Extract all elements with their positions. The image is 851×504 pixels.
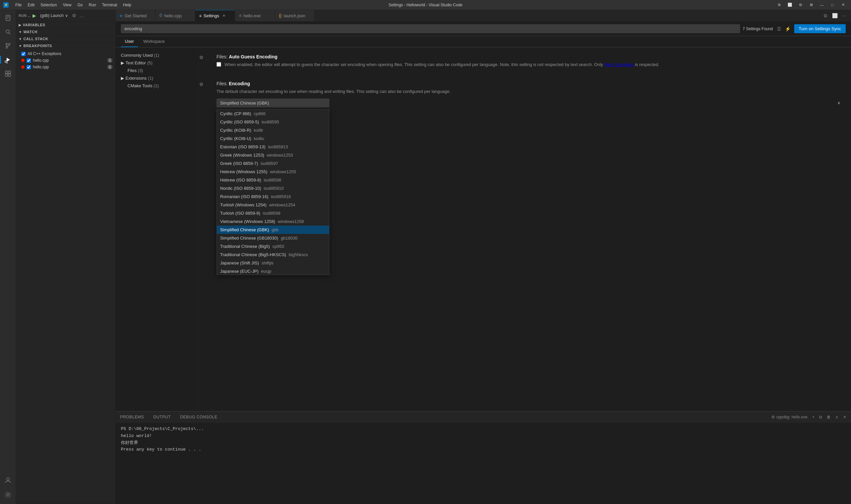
tab-problems[interactable]: PROBLEMS <box>116 411 149 423</box>
menu-terminal[interactable]: Terminal <box>99 2 120 8</box>
manage-btn[interactable] <box>1 488 15 501</box>
hello-cpp-1-checkbox[interactable] <box>27 58 31 63</box>
breakpoints-header[interactable]: ▼ BREAKPOINTS <box>16 42 115 49</box>
nav-text-editor[interactable]: ▶ Text Editor (5) <box>116 59 198 67</box>
breakpoint-hello-cpp-2: hello.cpp 6 <box>16 64 115 70</box>
option-iso885916[interactable]: Romanian (ISO 8859-16) iso885916 <box>217 193 329 201</box>
run-config-button[interactable]: (gdb) Launch ∨ <box>38 13 70 19</box>
tab-settings[interactable]: ≡ Settings ✕ <box>195 10 235 21</box>
layout-toggle-btn[interactable]: ⧉ <box>775 2 784 8</box>
settings-filter-icon-btn[interactable]: ⚡ <box>784 25 792 33</box>
svg-point-17 <box>7 478 9 481</box>
option-windows1258-code: windows1258 <box>278 219 304 224</box>
svg-line-12 <box>7 62 7 64</box>
split-terminal-btn[interactable]: ⧉ <box>817 414 824 420</box>
nav-commonly-used[interactable]: Commonly Used (1) <box>116 51 198 59</box>
tab-user-settings[interactable]: User <box>121 36 138 47</box>
trash-terminal-btn[interactable]: 🗑 <box>825 414 833 420</box>
menu-run[interactable]: Run <box>86 2 99 8</box>
tab-debug-console[interactable]: DEBUG CONSOLE <box>175 411 222 423</box>
option-cp950[interactable]: Traditional Chinese (Big5) cp950 <box>217 242 329 251</box>
activity-source-control-btn[interactable] <box>1 39 15 52</box>
account-btn[interactable] <box>1 473 15 487</box>
hello-cpp-2-checkbox[interactable] <box>27 65 31 69</box>
option-windows1255[interactable]: Hebrew (Windows 1255) windows1255 <box>217 167 329 176</box>
customize-layout-btn[interactable]: ⊞ <box>806 2 816 8</box>
option-windows1253[interactable]: Greek (Windows 1253) windows1253 <box>217 151 329 159</box>
activity-extensions-btn[interactable] <box>1 67 15 80</box>
files-encoding-select[interactable]: Simplified Chinese (GBK) <box>216 98 329 108</box>
split-editor-right-btn[interactable]: ⧉ <box>821 11 830 20</box>
close-btn[interactable]: ✕ <box>838 2 848 8</box>
option-iso885910[interactable]: Nordic (ISO 8859-10) iso885910 <box>217 184 329 193</box>
nav-files[interactable]: Files (3) <box>116 67 198 74</box>
variables-header[interactable]: ▶ VARIABLES <box>16 22 115 28</box>
option-iso88598[interactable]: Hebrew (ISO 8859-8) iso88598 <box>217 176 329 184</box>
option-koi8r[interactable]: Cyrillic (KOI8-R) koi8r <box>217 126 329 134</box>
option-cp866[interactable]: Cyrillic (CP 866) cp866 <box>217 109 329 118</box>
option-windows1254[interactable]: Turkish (Windows 1254) windows1254 <box>217 201 329 209</box>
tab-launch-json[interactable]: {} launch.json <box>275 10 315 21</box>
menu-selection[interactable]: Selection <box>38 2 59 8</box>
run-label: RUN ... <box>19 14 31 18</box>
option-windows1258-label: Vietnamese (Windows 1258) <box>220 219 275 224</box>
vscode-logo-icon: ⚡ <box>3 2 8 7</box>
bottom-panel-controls: ⚙ cppdbg: hello.exe + ⧉ 🗑 ∧ ✕ <box>769 411 851 423</box>
tab-output[interactable]: OUTPUT <box>149 411 176 423</box>
option-eucjp[interactable]: Japanese (EUC-JP) eucjp <box>217 267 329 275</box>
option-iso885913[interactable]: Estonian (ISO 8859-13) iso885913 <box>217 143 329 151</box>
option-windows1255-code: windows1255 <box>270 169 296 174</box>
tab-workspace-settings[interactable]: Workspace <box>139 36 169 47</box>
breakpoints-collapse-icon: ▼ <box>19 44 22 48</box>
option-gb18030[interactable]: Simplified Chinese (GB18030) gb18030 <box>217 234 329 242</box>
activity-run-debug-btn[interactable] <box>1 53 15 66</box>
open-launch-json-icon[interactable]: ⚙ <box>72 13 76 18</box>
auto-guess-encoding-checkbox[interactable] <box>216 62 221 67</box>
tab-get-started[interactable]: ◈ Get Started <box>116 10 155 21</box>
menu-edit[interactable]: Edit <box>25 2 37 8</box>
tab-hello-cpp[interactable]: © hello.cpp <box>155 10 195 21</box>
option-gbk-selected[interactable]: Simplified Chinese (GBK) gbk <box>217 226 329 234</box>
menu-view[interactable]: View <box>60 2 74 8</box>
option-shiftjis[interactable]: Japanese (Shift JIS) shiftjis <box>217 259 329 267</box>
files-encoding-link[interactable]: Files: Encoding <box>604 62 634 67</box>
option-iso88598-code: iso88598 <box>264 178 281 182</box>
close-panel-btn[interactable]: ✕ <box>841 414 848 420</box>
settings-tab-close-btn[interactable]: ✕ <box>221 13 226 19</box>
files-encoding-gear-icon[interactable]: ⚙ <box>199 82 204 87</box>
auto-guess-encoding-gear-icon[interactable]: ⚙ <box>199 55 204 60</box>
svg-rect-16 <box>8 74 11 76</box>
call-stack-header[interactable]: ▼ CALL STACK <box>16 36 115 42</box>
panel-toggle-btn[interactable]: ⬜ <box>785 2 795 8</box>
turn-on-sync-button[interactable]: Turn on Settings Sync <box>794 24 846 33</box>
tab-hello-exe[interactable]: ≡ hello.exe <box>235 10 275 21</box>
toggle-panel-btn[interactable]: ⬜ <box>830 11 839 20</box>
all-exceptions-checkbox[interactable] <box>21 52 25 56</box>
maximize-panel-btn[interactable]: ∧ <box>833 414 840 420</box>
activity-explorer-btn[interactable] <box>1 11 15 24</box>
option-iso88597[interactable]: Greek (ISO 8859-7) iso88597 <box>217 159 329 167</box>
new-terminal-btn[interactable]: + <box>810 414 816 420</box>
more-tabs-btn[interactable]: ··· <box>840 11 848 20</box>
option-big5hkscs[interactable]: Traditional Chinese (Big5-HKSCS) big5hks… <box>217 251 329 259</box>
menu-help[interactable]: Help <box>121 2 134 8</box>
menu-file[interactable]: File <box>13 2 24 8</box>
nav-extensions[interactable]: ▶ Extensions (1) <box>116 74 198 82</box>
split-editor-btn[interactable]: ⧉ <box>796 2 805 8</box>
option-koi8u[interactable]: Cyrillic (KOI8-U) koi8u <box>217 134 329 143</box>
watch-header[interactable]: ▼ WATCH <box>16 29 115 35</box>
menu-go[interactable]: Go <box>75 2 85 8</box>
more-actions-btn[interactable]: ... <box>79 12 85 19</box>
settings-filter-list-btn[interactable]: ☰ <box>776 25 783 33</box>
option-iso88595[interactable]: Cyrillic (ISO 8859-5) iso88595 <box>217 118 329 126</box>
minimize-btn[interactable]: — <box>817 2 827 8</box>
nav-cmake-tools[interactable]: CMake Tools (1) <box>116 82 198 90</box>
activity-search-btn[interactable] <box>1 25 15 38</box>
settings-search-input[interactable] <box>121 24 740 33</box>
run-bar: RUN ... ▶ (gdb) Launch ∨ ⚙ ... <box>16 10 115 22</box>
maximize-btn[interactable]: □ <box>828 2 837 8</box>
terminal-body[interactable]: PS D:\06_Projects\C_Projects\... hello w… <box>116 423 851 504</box>
option-windows1258[interactable]: Vietnamese (Windows 1258) windows1258 <box>217 217 329 226</box>
hello-exe-tab-label: hello.exe <box>243 13 261 18</box>
option-iso88599[interactable]: Turkish (ISO 8859-9) iso88599 <box>217 209 329 217</box>
